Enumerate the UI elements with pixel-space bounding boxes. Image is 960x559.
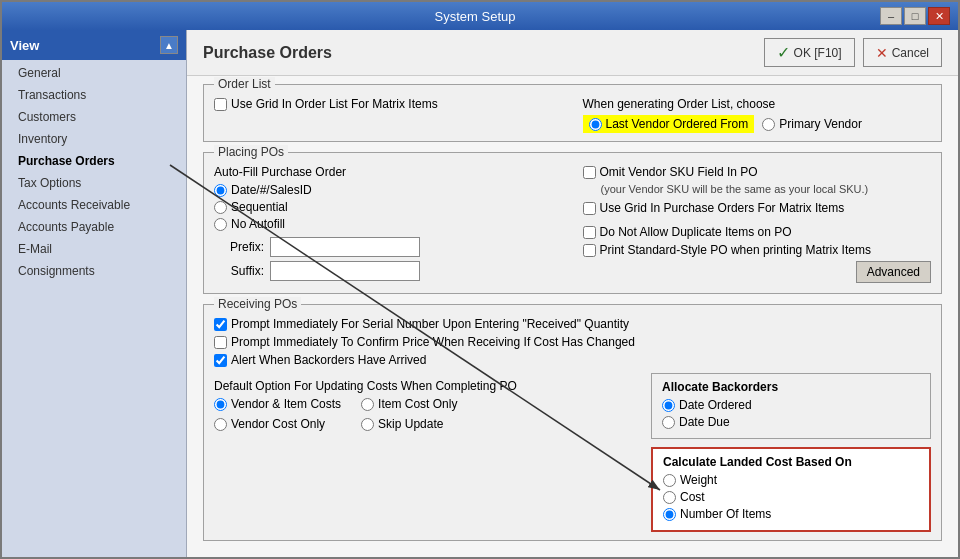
- sidebar-item-accounts-payable[interactable]: Accounts Payable: [2, 216, 186, 238]
- title-bar: System Setup – □ ✕: [2, 2, 958, 30]
- vendor-radio-group: Last Vendor Ordered From Primary Vendor: [583, 115, 932, 133]
- placing-pos-right: Omit Vendor SKU Field In PO (your Vendor…: [583, 165, 932, 285]
- date-ordered-label: Date Ordered: [679, 398, 752, 412]
- primary-vendor-radio[interactable]: [762, 118, 775, 131]
- placing-pos-two-col: Auto-Fill Purchase Order Date/#/SalesID …: [214, 165, 931, 285]
- sidebar-item-accounts-receivable[interactable]: Accounts Receivable: [2, 194, 186, 216]
- cost-radio-col-1: Vendor & Item Costs Vendor Cost Only: [214, 397, 341, 434]
- window-title: System Setup: [70, 9, 880, 24]
- use-grid-order-list-checkbox[interactable]: [214, 98, 227, 111]
- order-list-content: Use Grid In Order List For Matrix Items …: [214, 97, 931, 133]
- use-grid-po-label: Use Grid In Purchase Orders For Matrix I…: [600, 201, 845, 215]
- sidebar-item-consignments[interactable]: Consignments: [2, 260, 186, 282]
- prompt-confirm-row: Prompt Immediately To Confirm Price When…: [214, 335, 931, 349]
- placing-pos-title: Placing POs: [214, 145, 288, 159]
- order-list-title: Order List: [214, 77, 275, 91]
- sidebar-item-inventory[interactable]: Inventory: [2, 128, 186, 150]
- number-of-items-label: Number Of Items: [680, 507, 771, 521]
- maximize-button[interactable]: □: [904, 7, 926, 25]
- cancel-label: Cancel: [892, 46, 929, 60]
- ok-button[interactable]: ✓ OK [F10]: [764, 38, 855, 67]
- cost-label: Cost: [680, 490, 705, 504]
- date-due-radio[interactable]: [662, 416, 675, 429]
- order-list-section: Order List Use Grid In Order List For Ma…: [203, 84, 942, 142]
- number-of-items-radio[interactable]: [663, 508, 676, 521]
- order-list-two-col: Use Grid In Order List For Matrix Items …: [214, 97, 931, 133]
- no-duplicates-checkbox[interactable]: [583, 226, 596, 239]
- order-list-right: When generating Order List, choose Last …: [583, 97, 932, 133]
- alert-backorders-row: Alert When Backorders Have Arrived: [214, 353, 931, 367]
- advanced-button[interactable]: Advanced: [856, 261, 931, 283]
- placing-pos-content: Auto-Fill Purchase Order Date/#/SalesID …: [214, 165, 931, 285]
- sidebar-item-general[interactable]: General: [2, 62, 186, 84]
- vendor-cost-only-label: Vendor Cost Only: [231, 417, 325, 431]
- cancel-button[interactable]: ✕ Cancel: [863, 38, 942, 67]
- item-cost-only-radio[interactable]: [361, 398, 374, 411]
- no-duplicates-label: Do Not Allow Duplicate Items on PO: [600, 225, 792, 239]
- date-due-row: Date Due: [662, 415, 920, 429]
- last-vendor-label: Last Vendor Ordered From: [606, 117, 749, 131]
- sidebar-item-email[interactable]: E-Mail: [2, 238, 186, 260]
- vendor-cost-only-row: Vendor Cost Only: [214, 417, 341, 431]
- order-list-left: Use Grid In Order List For Matrix Items: [214, 97, 563, 133]
- prompt-confirm-checkbox[interactable]: [214, 336, 227, 349]
- vendor-item-costs-radio[interactable]: [214, 398, 227, 411]
- weight-row: Weight: [663, 473, 919, 487]
- item-cost-only-row: Item Cost Only: [361, 397, 457, 411]
- cost-radio[interactable]: [663, 491, 676, 504]
- last-vendor-option: Last Vendor Ordered From: [583, 115, 755, 133]
- auto-fill-label: Auto-Fill Purchase Order: [214, 165, 563, 179]
- when-generating-label: When generating Order List, choose: [583, 97, 932, 111]
- prefix-label: Prefix:: [214, 240, 264, 254]
- skip-update-row: Skip Update: [361, 417, 457, 431]
- sidebar-item-purchase-orders[interactable]: Purchase Orders: [2, 150, 186, 172]
- vendor-item-costs-label: Vendor & Item Costs: [231, 397, 341, 411]
- weight-radio[interactable]: [663, 474, 676, 487]
- prompt-serial-checkbox[interactable]: [214, 318, 227, 331]
- date-ordered-radio[interactable]: [662, 399, 675, 412]
- print-standard-checkbox[interactable]: [583, 244, 596, 257]
- suffix-input[interactable]: [270, 261, 420, 281]
- number-of-items-row: Number Of Items: [663, 507, 919, 521]
- suffix-row: Suffix:: [214, 261, 563, 281]
- prefix-row: Prefix:: [214, 237, 563, 257]
- check-icon: ✓: [777, 43, 790, 62]
- sequential-radio[interactable]: [214, 201, 227, 214]
- sidebar-item-transactions[interactable]: Transactions: [2, 84, 186, 106]
- skip-update-radio[interactable]: [361, 418, 374, 431]
- system-setup-window: System Setup – □ ✕ View ▲ General Transa…: [0, 0, 960, 559]
- date-sales-radio[interactable]: [214, 184, 227, 197]
- prefix-input[interactable]: [270, 237, 420, 257]
- minimize-button[interactable]: –: [880, 7, 902, 25]
- no-duplicates-row: Do Not Allow Duplicate Items on PO: [583, 225, 932, 239]
- no-autofill-radio[interactable]: [214, 218, 227, 231]
- right-panel: Purchase Orders ✓ OK [F10] ✕ Cancel: [187, 30, 958, 557]
- bottom-row: Default Option For Updating Costs When C…: [214, 373, 931, 532]
- allocate-backorders-section: Allocate Backorders Date Ordered Date Du…: [651, 373, 931, 439]
- vendor-cost-only-radio[interactable]: [214, 418, 227, 431]
- omit-vendor-sku-checkbox[interactable]: [583, 166, 596, 179]
- landed-cost-title: Calculate Landed Cost Based On: [663, 455, 919, 469]
- weight-label: Weight: [680, 473, 717, 487]
- use-grid-po-checkbox[interactable]: [583, 202, 596, 215]
- cancel-x-icon: ✕: [876, 45, 888, 61]
- use-grid-po-row: Use Grid In Purchase Orders For Matrix I…: [583, 201, 932, 215]
- header-buttons: ✓ OK [F10] ✕ Cancel: [764, 38, 942, 67]
- primary-vendor-option: Primary Vendor: [762, 117, 862, 131]
- sidebar: View ▲ General Transactions Customers In…: [2, 30, 187, 557]
- placing-pos-section: Placing POs Auto-Fill Purchase Order Dat…: [203, 152, 942, 294]
- close-button[interactable]: ✕: [928, 7, 950, 25]
- no-autofill-radio-row: No Autofill: [214, 217, 563, 231]
- date-due-label: Date Due: [679, 415, 730, 429]
- sidebar-item-tax-options[interactable]: Tax Options: [2, 172, 186, 194]
- main-content: View ▲ General Transactions Customers In…: [2, 30, 958, 557]
- alert-backorders-checkbox[interactable]: [214, 354, 227, 367]
- receiving-top: Prompt Immediately For Serial Number Upo…: [214, 317, 931, 367]
- cost-radio-col-2: Item Cost Only Skip Update: [361, 397, 457, 434]
- sidebar-collapse-button[interactable]: ▲: [160, 36, 178, 54]
- last-vendor-radio[interactable]: [589, 118, 602, 131]
- skip-update-label: Skip Update: [378, 417, 443, 431]
- calculate-landed-cost-section: Calculate Landed Cost Based On Weight Co…: [651, 447, 931, 532]
- sidebar-item-customers[interactable]: Customers: [2, 106, 186, 128]
- receiving-pos-title: Receiving POs: [214, 297, 301, 311]
